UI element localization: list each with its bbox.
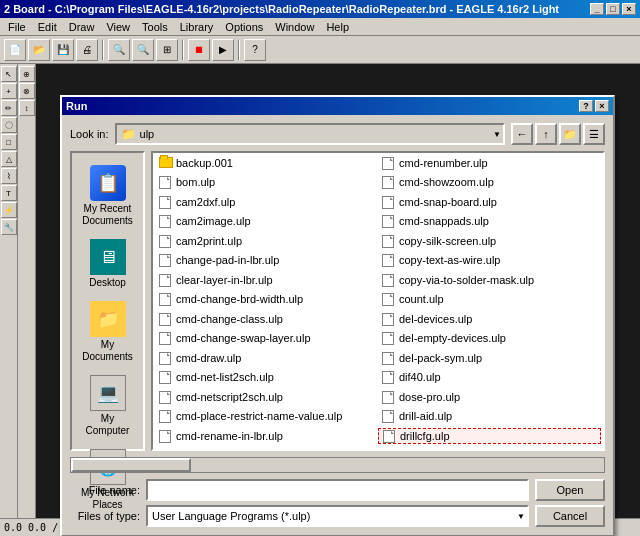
my-documents-icon: 📁 — [90, 301, 126, 337]
list-item[interactable]: change-pad-in-lbr.ulp — [155, 252, 378, 268]
filetype-row: Files of type: User Language Programs (*… — [70, 505, 605, 527]
horizontal-scrollbar[interactable] — [70, 457, 605, 473]
list-item[interactable]: copy-via-to-solder-mask.ulp — [378, 272, 601, 288]
hscroll-thumb[interactable] — [71, 458, 191, 472]
list-item[interactable]: cmd-net-list2sch.ulp — [155, 369, 378, 385]
cancel-button[interactable]: Cancel — [535, 505, 605, 527]
filetype-label: Files of type: — [70, 510, 140, 522]
file-name: cmd-snappads.ulp — [399, 215, 489, 227]
ulp-file-icon — [159, 254, 173, 266]
nav-network-places[interactable]: 🌐 My NetworkPlaces — [76, 445, 139, 515]
filetype-value: User Language Programs (*.ulp) — [152, 510, 310, 522]
ulp-file-icon — [382, 176, 396, 188]
list-item[interactable]: cmd-snap-board.ulp — [378, 194, 601, 210]
list-item[interactable]: cmd-change-class.ulp — [155, 311, 378, 327]
file-name: cmd-change-swap-layer.ulp — [176, 332, 311, 344]
list-item[interactable]: clear-layer-in-lbr.ulp — [155, 272, 378, 288]
file-name: bom.ulp — [176, 176, 215, 188]
list-item[interactable]: bom.ulp — [155, 174, 378, 190]
look-in-combo[interactable]: 📁 ulp ▼ — [115, 123, 505, 145]
ulp-file-icon — [382, 235, 396, 247]
nav-buttons: ← ↑ 📁 ☰ — [511, 123, 605, 145]
ulp-file-icon — [382, 196, 396, 208]
list-item[interactable]: del-empty-devices.ulp — [378, 330, 601, 346]
open-button[interactable]: Open — [535, 479, 605, 501]
look-in-value: ulp — [140, 128, 155, 140]
ulp-file-icon — [382, 293, 396, 305]
nav-up-button[interactable]: ↑ — [535, 123, 557, 145]
nav-recent-documents[interactable]: 📋 My RecentDocuments — [76, 161, 139, 231]
file-list-panel: backup.001cmd-renumber.ulpbom.ulpcmd-sho… — [151, 151, 605, 451]
my-documents-label: My Documents — [80, 339, 135, 363]
list-item[interactable]: cmd-place-restrict-name-value.ulp — [155, 408, 378, 424]
file-name: copy-silk-screen.ulp — [399, 235, 496, 247]
recent-documents-icon: 📋 — [90, 165, 126, 201]
ulp-file-icon — [382, 352, 396, 364]
dialog-titlebar: Run ? × — [62, 97, 613, 115]
list-item[interactable]: count.ulp — [378, 291, 601, 307]
folder-icon — [159, 157, 173, 169]
list-item[interactable]: del-pack-sym.ulp — [378, 350, 601, 366]
file-name: cmd-showzoom.ulp — [399, 176, 494, 188]
left-nav-panel: 📋 My RecentDocuments 🖥 Desktop 📁 My Docu… — [70, 151, 145, 451]
list-item[interactable]: cmd-draw.ulp — [155, 350, 378, 366]
combo-arrow-icon: ▼ — [493, 130, 501, 139]
ulp-file-icon — [159, 293, 173, 305]
list-item[interactable]: cmd-rename-in-lbr.ulp — [155, 428, 378, 444]
list-item[interactable]: drillcfg.ulp — [378, 428, 601, 444]
list-item[interactable]: cmd-snappads.ulp — [378, 213, 601, 229]
folder-icon: 📁 — [121, 127, 136, 141]
file-name: cmd-change-brd-width.ulp — [176, 293, 303, 305]
list-item[interactable]: dose-pro.ulp — [378, 389, 601, 405]
file-name: cmd-net-list2sch.ulp — [176, 371, 274, 383]
look-in-label: Look in: — [70, 128, 109, 140]
list-item[interactable]: cmd-netscript2sch.ulp — [155, 389, 378, 405]
file-name: drill-aid.ulp — [399, 410, 452, 422]
list-item[interactable]: dif40.ulp — [378, 369, 601, 385]
list-item[interactable]: drill-aid.ulp — [378, 408, 601, 424]
list-item[interactable]: cmd-showzoom.ulp — [378, 174, 601, 190]
file-name: count.ulp — [399, 293, 444, 305]
list-item[interactable]: cam2image.ulp — [155, 213, 378, 229]
nav-desktop[interactable]: 🖥 Desktop — [76, 235, 139, 293]
file-name: change-pad-in-lbr.ulp — [176, 254, 279, 266]
ulp-file-icon — [382, 274, 396, 286]
file-name: del-devices.ulp — [399, 313, 472, 325]
ulp-file-icon — [159, 352, 173, 364]
ulp-file-icon — [159, 430, 173, 442]
dialog-close-button[interactable]: × — [595, 100, 609, 112]
file-list: backup.001cmd-renumber.ulpbom.ulpcmd-sho… — [153, 153, 603, 449]
nav-new-folder-button[interactable]: 📁 — [559, 123, 581, 145]
filename-label: File name: — [70, 484, 140, 496]
filetype-arrow-icon: ▼ — [517, 512, 525, 521]
recent-documents-label: My RecentDocuments — [82, 203, 133, 227]
nav-my-documents[interactable]: 📁 My Documents — [76, 297, 139, 367]
ulp-file-icon — [382, 371, 396, 383]
list-item[interactable]: cmd-renumber.ulp — [378, 155, 601, 171]
nav-back-button[interactable]: ← — [511, 123, 533, 145]
ulp-file-icon — [159, 332, 173, 344]
list-item[interactable]: cam2print.ulp — [155, 233, 378, 249]
filename-input[interactable] — [146, 479, 529, 501]
ulp-file-icon — [159, 391, 173, 403]
filetype-combo[interactable]: User Language Programs (*.ulp) ▼ — [146, 505, 529, 527]
dialog-help-button[interactable]: ? — [579, 100, 593, 112]
file-name: cmd-renumber.ulp — [399, 157, 488, 169]
file-name: cmd-place-restrict-name-value.ulp — [176, 410, 342, 422]
list-item[interactable]: copy-silk-screen.ulp — [378, 233, 601, 249]
list-item[interactable]: cmd-change-swap-layer.ulp — [155, 330, 378, 346]
list-item[interactable]: copy-text-as-wire.ulp — [378, 252, 601, 268]
dialog-overlay: Run ? × Look in: 📁 ulp ▼ ← — [0, 0, 640, 536]
desktop-label: Desktop — [89, 277, 126, 289]
list-item[interactable]: cam2dxf.ulp — [155, 194, 378, 210]
nav-view-button[interactable]: ☰ — [583, 123, 605, 145]
nav-my-computer[interactable]: 💻 My Computer — [76, 371, 139, 441]
file-name: cmd-rename-in-lbr.ulp — [176, 430, 283, 442]
list-item[interactable]: cmd-change-brd-width.ulp — [155, 291, 378, 307]
desktop-icon: 🖥 — [90, 239, 126, 275]
dialog-titlebar-buttons: ? × — [579, 100, 609, 112]
file-name: cam2print.ulp — [176, 235, 242, 247]
list-item[interactable]: del-devices.ulp — [378, 311, 601, 327]
list-item[interactable]: backup.001 — [155, 155, 378, 171]
filename-row: File name: Open — [70, 479, 605, 501]
